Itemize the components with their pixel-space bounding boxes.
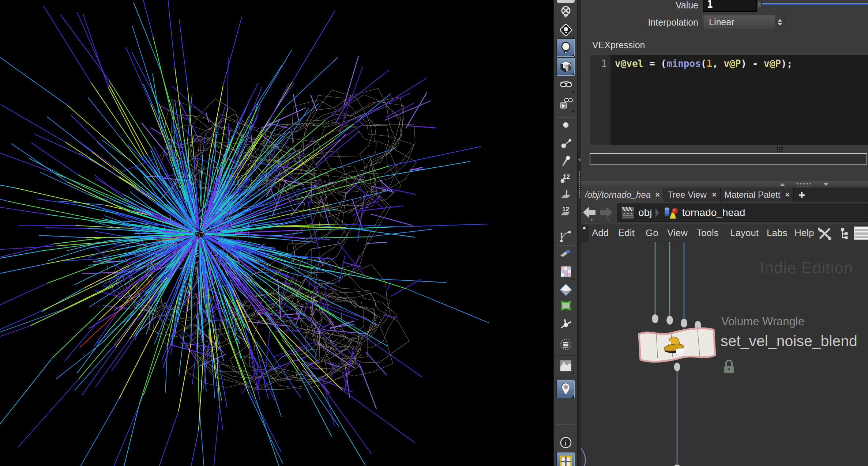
path-root[interactable]: obj (638, 207, 652, 219)
forward-button[interactable] (599, 205, 613, 221)
display-options-toolbar: 1212i (553, 0, 578, 466)
back-button[interactable] (582, 205, 597, 221)
geometry-node-icon (663, 205, 679, 220)
code-token: ( (701, 58, 707, 69)
code-token: 1 (706, 58, 712, 69)
menu-labs[interactable]: Labs (767, 224, 787, 242)
tab-close-icon[interactable]: × (651, 190, 660, 200)
primitive-normals-icon[interactable] (557, 186, 575, 204)
background-image-icon[interactable] (557, 357, 575, 375)
menu-view[interactable]: View (667, 224, 688, 242)
snapping-options-icon[interactable] (557, 380, 575, 398)
vex-code-editor[interactable]: 1 v@vel = (minpos(1, v@P) - v@P); (590, 55, 868, 145)
deforming-geometry-icon[interactable] (557, 296, 575, 314)
high-quality-lighting-icon[interactable] (557, 58, 575, 76)
tools-wrench-icon[interactable] (817, 226, 833, 241)
tab--obj-tornado-head[interactable]: /obj/tornado_head× (581, 187, 664, 202)
svg-text:i: i (564, 439, 567, 447)
ghost-geometry-icon[interactable] (557, 281, 575, 299)
menu-add[interactable]: Add (592, 224, 609, 242)
new-tab-button[interactable]: + (794, 187, 810, 202)
uv-overlap-icon[interactable] (557, 262, 575, 280)
component-editor-icon[interactable] (557, 452, 575, 466)
tab-material-palette[interactable]: Material Palette× (721, 187, 794, 202)
path-toolbar: obj tornado_head (581, 202, 868, 224)
expand-down-icon[interactable] (823, 183, 828, 186)
point-numbers-icon[interactable]: 12 (557, 169, 575, 187)
code-token: ); (781, 58, 792, 69)
visualizers-icon[interactable] (557, 335, 575, 353)
tab-label: Material Palette (724, 190, 781, 200)
value-slider[interactable] (762, 3, 868, 5)
code-token: ) - (741, 58, 764, 69)
value-label: Value (625, 0, 698, 11)
toolbar-divider (556, 424, 576, 425)
help-info-icon[interactable]: i (557, 433, 575, 451)
point-markers-icon[interactable] (557, 117, 575, 135)
network-editor[interactable]: Indie Edition Volume Wrangle set_vel_noi… (581, 242, 868, 466)
backfaces-icon[interactable] (557, 245, 575, 262)
scene-viewport[interactable] (0, 0, 553, 466)
svg-text:12: 12 (562, 206, 569, 213)
vector-scale-icon[interactable] (557, 316, 575, 334)
preview-shaders-icon[interactable] (557, 94, 575, 112)
headlight-only-icon[interactable] (557, 21, 575, 39)
node-name-label[interactable]: set_vel_noise_blend (721, 333, 857, 350)
path-chevron-icon (655, 208, 659, 217)
tab-tree-view[interactable]: Tree View× (664, 187, 721, 202)
point-normals-icon[interactable] (557, 135, 575, 152)
vexpression-label: VEXpression (592, 40, 645, 50)
tree-list-icon[interactable] (839, 227, 850, 241)
interpolation-value: Linear (703, 17, 775, 27)
interpolation-label: Interpolation (625, 17, 698, 28)
velocity-visualization (0, 0, 553, 466)
point-trails-icon[interactable] (557, 152, 575, 170)
line-number-gutter: 1 (590, 55, 610, 145)
splitter-grip[interactable] (579, 171, 580, 198)
right-pane: Value 1 Interpolation Linear VEXpression… (581, 0, 868, 466)
menu-help[interactable]: Help (794, 224, 814, 242)
tab-close-icon[interactable]: × (781, 190, 790, 200)
toolbar-divider (556, 377, 576, 378)
path-breadcrumb[interactable]: obj tornado_head (617, 204, 868, 222)
normal-lighting-icon[interactable] (557, 39, 575, 57)
editor-resize-grip[interactable] (777, 147, 783, 152)
partial-toolbar-icon[interactable] (557, 0, 575, 3)
stowbar-icon[interactable] (854, 226, 868, 240)
pane-divider[interactable] (581, 181, 868, 188)
node-type-label: Volume Wrangle (721, 315, 804, 328)
no-lights-icon[interactable] (557, 3, 575, 21)
pane-tabbar: /obj/tornado_head×Tree View×Material Pal… (581, 187, 868, 202)
value-slider-handle[interactable] (758, 2, 762, 7)
divider-grip[interactable] (795, 183, 811, 186)
menu-go[interactable]: Go (646, 224, 658, 242)
watermark: Indie Edition (760, 259, 853, 277)
code-token: , (712, 58, 724, 69)
code-token: = ( (643, 58, 666, 69)
tab-close-icon[interactable]: × (707, 190, 717, 200)
houdini-window: 1212i Value 1 Interpolation Linear VEXpr… (0, 0, 868, 466)
shadows-icon[interactable] (557, 75, 575, 93)
collapse-left-icon[interactable] (578, 158, 580, 162)
tab-label: /obj/tornado_head (585, 190, 651, 200)
expand-up-icon[interactable] (780, 183, 785, 186)
menu-edit[interactable]: Edit (618, 224, 635, 242)
obj-network-icon (620, 205, 635, 220)
primitive-hulls-icon[interactable] (557, 227, 575, 245)
svg-text:12: 12 (563, 173, 570, 180)
vex-code-line[interactable]: v@vel = (minpos(1, v@P) - v@P); (615, 58, 792, 69)
primitive-numbers-icon[interactable]: 12 (557, 202, 575, 220)
interpolation-dropdown[interactable]: Linear (703, 15, 785, 29)
path-node[interactable]: tornado_head (682, 207, 745, 219)
menu-layout[interactable]: Layout (730, 224, 759, 242)
code-token: v@vel (615, 58, 643, 69)
tab-label: Tree View (668, 190, 707, 200)
toolbar-divider (556, 355, 576, 356)
message-bar (590, 153, 867, 165)
menubar-collapse-strip[interactable] (581, 224, 588, 242)
spinner-icon[interactable] (775, 15, 785, 29)
menu-tools[interactable]: Tools (696, 224, 719, 242)
network-menubar: AddEditGoViewToolsLayoutLabsHelp (581, 224, 868, 242)
value-input[interactable]: 1 (703, 0, 757, 12)
code-token: v@P (764, 58, 781, 69)
